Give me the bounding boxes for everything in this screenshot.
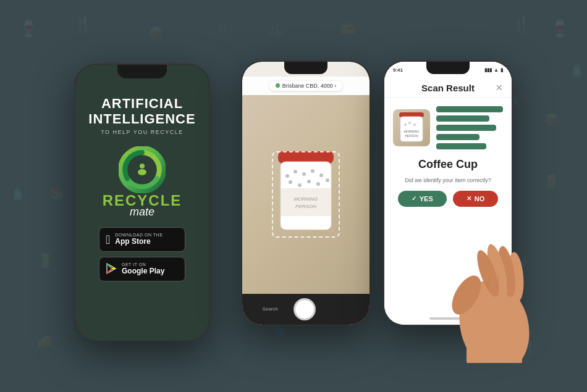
scan-result-title: Scan Result (421, 83, 475, 93)
left-phone-screen: ARTIFICIAL INTELLIGENCE TO HELP YOU RECY… (75, 65, 209, 340)
app-store-text: Download on the App Store (115, 233, 163, 246)
result-content: MORNING PERSON Coffee Cup (384, 98, 512, 312)
scan-result-header: Scan Result ✕ (384, 79, 512, 98)
svg-point-52 (404, 123, 407, 126)
google-play-text: GET IT ON Google Play (122, 262, 164, 275)
recycle-mate-logo (119, 146, 166, 193)
ai-title: ARTIFICIAL INTELLIGENCE (88, 96, 195, 127)
result-thumbnail: MORNING PERSON (393, 109, 430, 146)
apple-icon:  (106, 233, 110, 246)
svg-point-30 (138, 169, 146, 175)
logo-container: RECYCLE mate (103, 146, 182, 219)
info-bar-4 (436, 134, 479, 140)
middle-top-bar: Brisbane CBD, 4000 › (242, 77, 370, 95)
info-bar-3 (436, 125, 496, 131)
no-button[interactable]: ✕ NO (453, 191, 499, 207)
svg-point-54 (413, 123, 416, 126)
battery-icon: ▮ (500, 67, 503, 73)
yes-checkmark: ✓ (412, 195, 416, 202)
google-play-button[interactable]: GET IT ON Google Play (99, 257, 185, 281)
info-bar-5 (436, 143, 486, 149)
svg-text:MORNING: MORNING (404, 130, 419, 133)
yes-button[interactable]: ✓ YES (398, 191, 447, 207)
google-play-icon (106, 263, 117, 276)
location-pill[interactable]: Brisbane CBD, 4000 › (269, 81, 343, 91)
home-indicator-area (384, 312, 512, 325)
svg-rect-51 (400, 117, 423, 141)
search-label: Search (262, 306, 277, 312)
scan-overlay (272, 151, 340, 238)
status-icons: ▮▮▮ ▲ ▮ (484, 67, 503, 73)
result-thumb-row: MORNING PERSON (393, 106, 503, 149)
location-dot (276, 83, 280, 88)
camera-area: MORNING PERSON (242, 95, 370, 294)
svg-point-53 (408, 122, 411, 124)
app-store-button[interactable]:  Download on the App Store (99, 227, 185, 252)
brand-mate: mate (130, 206, 154, 219)
result-cup-svg: MORNING PERSON (396, 109, 427, 146)
signal-icon: ▮▮▮ (484, 67, 492, 73)
svg-point-29 (140, 164, 145, 169)
home-indicator (429, 317, 467, 320)
right-phone: 9:41 ▮▮▮ ▲ ▮ Scan Result ✕ (383, 60, 513, 326)
no-cross: ✕ (467, 195, 471, 202)
phone-notch-right (426, 62, 470, 74)
svg-rect-63 (467, 323, 522, 363)
middle-bottom-bar: Search (242, 294, 370, 325)
right-phone-screen: 9:41 ▮▮▮ ▲ ▮ Scan Result ✕ (384, 62, 512, 325)
right-phone-wrapper: 9:41 ▮▮▮ ▲ ▮ Scan Result ✕ (389, 67, 513, 326)
middle-phone: Brisbane CBD, 4000 › (241, 60, 371, 326)
left-phone: ARTIFICIAL INTELLIGENCE TO HELP YOU RECY… (74, 64, 210, 341)
yes-no-buttons: ✓ YES ✕ NO (398, 191, 499, 207)
middle-phone-screen: Brisbane CBD, 4000 › (242, 62, 370, 325)
result-info-bars (436, 106, 503, 149)
main-content: ARTIFICIAL INTELLIGENCE TO HELP YOU RECY… (0, 0, 587, 392)
info-bar-2 (436, 115, 489, 122)
ai-subtitle: TO HELP YOU RECYCLE (101, 129, 184, 135)
phone-notch-middle (284, 62, 327, 74)
close-button[interactable]: ✕ (496, 83, 503, 93)
phone-notch (117, 65, 167, 78)
result-question: Did we identify your item correctly? (405, 177, 491, 183)
wifi-icon: ▲ (494, 67, 499, 73)
status-time: 9:41 (393, 67, 403, 73)
item-name: Coffee Cup (418, 158, 478, 171)
info-bar-1 (436, 106, 503, 112)
svg-text:PERSON: PERSON (405, 134, 418, 138)
camera-shutter[interactable] (294, 298, 316, 320)
